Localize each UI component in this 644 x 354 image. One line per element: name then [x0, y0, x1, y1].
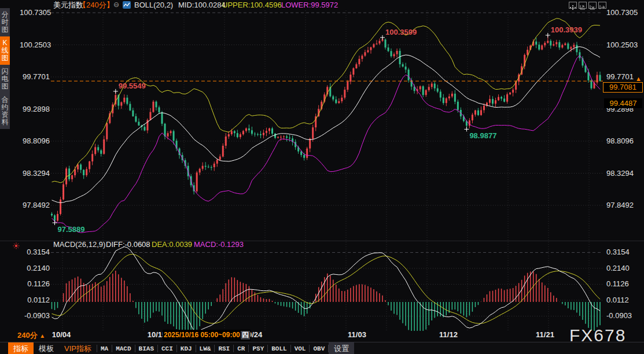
macd-title: MACD(26,12,9) [53, 240, 105, 249]
boll-lower-value: LOWER:99.5972 [281, 1, 338, 9]
toolbar-item-BOLL[interactable]: BOLL [268, 344, 290, 354]
price-axis-label-left: 98.3294 [20, 169, 50, 178]
crosshair-date-tooltip: 2025/10/16 05:00~09:00四 [163, 330, 251, 341]
price-axis-label-left: 99.2898 [20, 105, 50, 113]
zoom-in-tool-icon[interactable] [579, 2, 587, 9]
extreme-price-annotation: 100.3939 [551, 25, 582, 34]
period-selector[interactable]: 240分 ▲ [17, 330, 45, 341]
price-axis-label-right: 98.8096 [606, 137, 634, 145]
macd-axis-label-right: 0.1126 [606, 280, 629, 288]
date-tick-label: 11/03 [340, 330, 374, 339]
extreme-price-annotation: 100.3599 [385, 28, 417, 36]
toolbar-item-MA[interactable]: MA [97, 344, 112, 354]
toolbar-item-模板[interactable]: 模板 [34, 342, 59, 354]
macd-axis-label-right: 0.2140 [606, 264, 630, 272]
boll-upper-value: UPPER:100.4596 [222, 1, 282, 9]
toolbar-item-设置[interactable]: 设置 [329, 342, 354, 354]
toolbar-item-BIAS[interactable]: BIAS [135, 344, 157, 354]
price-up-arrow-icon: ▲ [635, 75, 642, 82]
macd-axis-label-left: 0.3154 [20, 248, 50, 256]
macd-axis-label-right: 0.0112 [606, 296, 629, 304]
macd-axis-label-left: 0.2140 [20, 264, 50, 272]
price-axis-label-right: 100.2503 [606, 41, 638, 49]
crosshair-tool-icon[interactable] [569, 2, 577, 9]
sidebar-tab-3[interactable]: 闪电图 [0, 65, 10, 93]
price-axis-label-left: 100.7305 [20, 9, 50, 17]
macd-axis-label-left: 0.0112 [20, 296, 50, 304]
date-tick-label: 10/04 [44, 330, 79, 339]
toolbar-item-RSI[interactable]: RSI [215, 344, 233, 354]
price-axis-label-left: 100.2503 [20, 41, 50, 49]
price-axis-label-right: 99.7701 [606, 73, 634, 81]
left-sidebar: 分时图K线图闪电图合约资料 [0, 8, 10, 129]
expand-tool-icon[interactable] [598, 2, 606, 9]
top-bar: 美元指数 【240分】 ⊖ BOLL(20,2) MID:100.0284 UP… [0, 0, 644, 10]
toolbar-item-CCI[interactable]: CCI [158, 344, 176, 354]
sidebar-tab-1[interactable]: 分时图 [0, 8, 10, 36]
macd-axis-label-right: -0.0903 [606, 312, 632, 320]
chart-type-icon[interactable] [123, 1, 131, 9]
toolbar-item-VOL[interactable]: VOL [291, 344, 310, 354]
date-tick-label: 11/21 [528, 330, 562, 339]
sidebar-tab-2[interactable]: K线图 [0, 36, 10, 65]
price-axis-label-left: 98.8096 [20, 137, 50, 145]
zoom-out-tool-icon[interactable] [588, 2, 597, 9]
indicator-alert-icon[interactable] [13, 242, 20, 249]
chart-canvas[interactable] [0, 0, 644, 354]
toolbar-item-OBV[interactable]: OBV [310, 344, 328, 354]
extreme-price-annotation: 98.9877 [469, 131, 496, 140]
extreme-price-annotation: 97.5889 [58, 225, 85, 234]
macd-axis-label-left: -0.0903 [20, 312, 50, 320]
boll-mid-value: MID:100.0284 [178, 1, 226, 9]
macd-dea-value: DEA:0.0039 [152, 240, 192, 249]
prev-price-label: 99.4487 [604, 98, 642, 108]
toolbar-item-PSY[interactable]: PSY [249, 344, 267, 354]
macd-hist-value: MACD:-0.1293 [194, 240, 244, 249]
price-axis-label-right: 97.8492 [606, 201, 634, 209]
sidebar-tab-4[interactable]: 合约资料 [0, 93, 10, 129]
macd-axis-label-right: 0.3154 [606, 248, 630, 256]
current-price-label: 99.7081 [603, 82, 643, 93]
date-tick-label: 11/12 [431, 330, 466, 339]
macd-axis-label-left: 0.1126 [20, 280, 50, 288]
price-axis-label-left: 97.8492 [20, 201, 50, 209]
toolbar-item-KDJ[interactable]: KDJ [177, 344, 196, 354]
bottom-toolbar: 指标模板VIP指标MAMACDBIASCCIKDJLW&RSICRPSYBOLL… [0, 342, 644, 354]
macd-diff-value: DIFF:-0.0608 [106, 240, 150, 249]
toolbar-item-VIP指标[interactable]: VIP指标 [59, 342, 97, 354]
extreme-price-annotation: 99.5549 [119, 82, 146, 90]
toolbar-item-LW&[interactable]: LW& [196, 344, 215, 354]
collapse-icon[interactable]: ⊖ [113, 1, 119, 9]
toolbar-item-CR[interactable]: CR [234, 344, 248, 354]
chart-app: 美元指数 【240分】 ⊖ BOLL(20,2) MID:100.0284 UP… [0, 0, 644, 354]
toolbar-item-指标[interactable]: 指标 [8, 342, 34, 354]
toolbar-item-MACD[interactable]: MACD [112, 344, 134, 354]
price-axis-label-right: 100.7305 [606, 9, 638, 17]
price-axis-label-right: 98.3294 [606, 169, 634, 178]
price-axis-label-left: 99.7701 [20, 73, 50, 81]
boll-label: BOLL(20,2) [134, 1, 173, 9]
period-label: 【240分】 [79, 1, 114, 9]
